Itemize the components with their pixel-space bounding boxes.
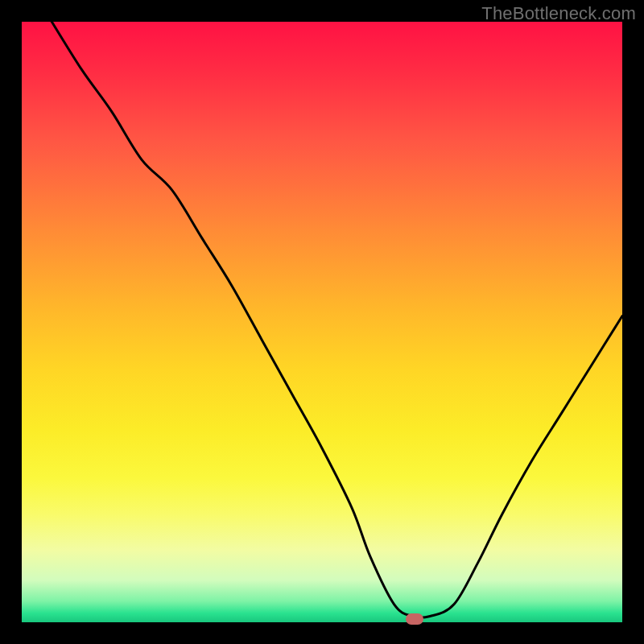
optimum-marker bbox=[406, 613, 423, 625]
chart-frame: TheBottleneck.com bbox=[0, 0, 644, 644]
plot-area bbox=[22, 22, 622, 622]
bottleneck-curve bbox=[22, 22, 622, 622]
watermark-text: TheBottleneck.com bbox=[481, 3, 636, 24]
